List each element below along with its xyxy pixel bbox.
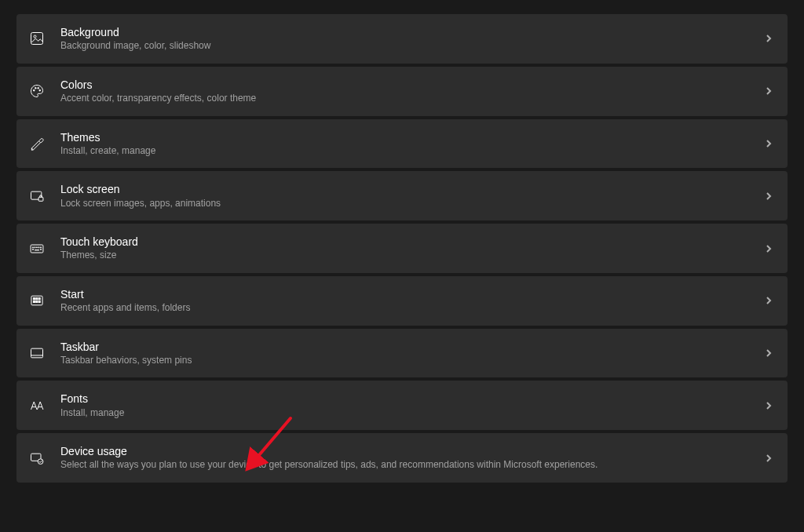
svg-rect-22 xyxy=(36,301,38,303)
svg-point-9 xyxy=(32,246,33,247)
item-title: Themes xyxy=(60,130,764,144)
settings-item-colors[interactable]: Colors Accent color, transparency effect… xyxy=(16,67,788,116)
item-desc: Install, create, manage xyxy=(60,145,764,158)
personalization-settings-list: Background Background image, color, slid… xyxy=(16,14,788,483)
svg-point-11 xyxy=(36,246,37,247)
item-desc: Recent apps and items, folders xyxy=(60,302,764,315)
svg-point-2 xyxy=(33,90,35,92)
item-title: Colors xyxy=(60,78,764,92)
item-text: Background Background image, color, slid… xyxy=(60,25,764,53)
item-text: Lock screen Lock screen images, apps, an… xyxy=(60,182,764,210)
svg-point-3 xyxy=(35,88,37,89)
item-text: Device usage Select all the ways you pla… xyxy=(60,444,764,472)
background-icon xyxy=(27,29,46,48)
settings-item-lockscreen[interactable]: Lock screen Lock screen images, apps, an… xyxy=(16,171,788,220)
svg-rect-19 xyxy=(36,298,38,300)
item-title: Fonts xyxy=(60,392,764,406)
item-title: Taskbar xyxy=(60,340,764,354)
item-text: Colors Accent color, transparency effect… xyxy=(60,78,764,105)
item-desc: Taskbar behaviors, system pins xyxy=(60,355,764,367)
item-text: Fonts Install, manage xyxy=(60,392,764,419)
chevron-right-icon xyxy=(764,348,773,358)
chevron-right-icon xyxy=(764,86,773,96)
chevron-right-icon xyxy=(764,296,773,305)
svg-rect-23 xyxy=(38,301,40,303)
taskbar-icon xyxy=(27,344,46,363)
item-desc: Install, manage xyxy=(60,407,764,420)
touchkeyboard-icon xyxy=(27,239,46,258)
item-title: Start xyxy=(60,287,764,301)
item-desc: Accent color, transparency effects, colo… xyxy=(60,93,764,105)
svg-point-14 xyxy=(32,249,33,250)
svg-rect-20 xyxy=(38,298,40,300)
item-desc: Select all the ways you plan to use your… xyxy=(60,459,764,472)
start-icon xyxy=(27,291,46,310)
chevron-right-icon xyxy=(764,454,773,463)
svg-point-4 xyxy=(38,88,39,89)
item-desc: Background image, color, slideshow xyxy=(60,40,764,53)
item-desc: Themes, size xyxy=(60,250,764,262)
chevron-right-icon xyxy=(764,401,773,410)
settings-item-deviceusage[interactable]: Device usage Select all the ways you pla… xyxy=(16,433,788,483)
settings-item-taskbar[interactable]: Taskbar Taskbar behaviors, system pins xyxy=(16,329,788,378)
chevron-right-icon xyxy=(764,191,773,201)
item-text: Taskbar Taskbar behaviors, system pins xyxy=(60,340,764,367)
svg-point-27 xyxy=(38,458,43,464)
colors-icon xyxy=(27,82,46,100)
svg-rect-7 xyxy=(38,197,43,201)
svg-rect-0 xyxy=(31,33,43,45)
svg-point-5 xyxy=(39,90,41,92)
settings-item-touchkeyboard[interactable]: Touch keyboard Themes, size xyxy=(16,224,788,273)
item-title: Lock screen xyxy=(60,182,764,196)
item-text: Touch keyboard Themes, size xyxy=(60,235,764,262)
svg-rect-18 xyxy=(33,298,35,300)
lockscreen-icon xyxy=(27,187,46,206)
chevron-right-icon xyxy=(764,34,773,43)
settings-item-themes[interactable]: Themes Install, create, manage xyxy=(16,119,788,169)
chevron-right-icon xyxy=(764,244,773,253)
svg-point-15 xyxy=(40,249,41,250)
deviceusage-icon xyxy=(27,449,46,468)
settings-item-fonts[interactable]: Fonts Install, manage xyxy=(16,381,788,430)
fonts-icon xyxy=(27,396,46,415)
svg-point-1 xyxy=(34,35,36,38)
svg-rect-21 xyxy=(33,301,35,303)
svg-point-12 xyxy=(38,246,39,247)
svg-point-13 xyxy=(40,246,41,247)
svg-rect-24 xyxy=(31,348,43,358)
item-title: Touch keyboard xyxy=(60,235,764,249)
item-text: Start Recent apps and items, folders xyxy=(60,287,764,315)
item-title: Background xyxy=(60,25,764,39)
themes-icon xyxy=(27,134,46,153)
chevron-right-icon xyxy=(764,139,773,148)
item-title: Device usage xyxy=(60,444,764,458)
svg-point-10 xyxy=(35,246,35,247)
item-text: Themes Install, create, manage xyxy=(60,130,764,158)
settings-item-start[interactable]: Start Recent apps and items, folders xyxy=(16,276,788,326)
settings-item-background[interactable]: Background Background image, color, slid… xyxy=(16,14,788,64)
item-desc: Lock screen images, apps, animations xyxy=(60,198,764,210)
